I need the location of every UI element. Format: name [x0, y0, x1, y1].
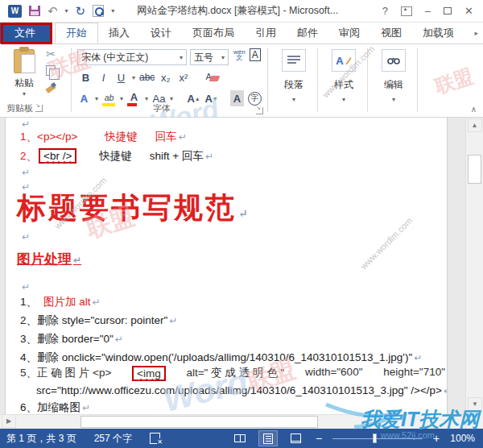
horizontal-scrollbar-thumb[interactable]	[80, 416, 318, 428]
pilcrow-icon: ↵	[238, 208, 250, 220]
pilcrow-icon: ↵	[205, 151, 213, 162]
tab-file[interactable]: 文件	[0, 23, 50, 44]
underline-dropdown-icon[interactable]: ▾	[132, 74, 135, 81]
zoom-out-button[interactable]: −	[316, 433, 322, 443]
restore-button[interactable]	[444, 7, 452, 15]
cut-icon[interactable]: ✂	[46, 49, 56, 60]
tab-insert[interactable]: 插入	[98, 23, 140, 44]
item5-prefix: 5、正 确 图 片 <p>	[20, 366, 111, 381]
collapse-ribbon-icon[interactable]: ∧	[471, 105, 477, 114]
vertical-scrollbar[interactable]: ▲ ▼	[465, 118, 483, 429]
print-layout-button[interactable]	[259, 431, 277, 446]
read-mode-button[interactable]	[231, 431, 249, 446]
paste-button[interactable]: 粘贴 ▾	[6, 49, 42, 101]
minimize-button[interactable]: –	[425, 5, 431, 17]
grow-font-button[interactable]: A▲	[187, 90, 200, 106]
editing-group-collapsed[interactable]: 编辑 ▾	[372, 49, 415, 103]
phonetic-guide-button[interactable]: wén 文 A	[233, 48, 261, 61]
paste-label: 粘贴	[14, 77, 34, 90]
scroll-right-icon[interactable]: ▶	[2, 414, 16, 428]
group-separator	[71, 48, 72, 112]
tab-review[interactable]: 审阅	[328, 23, 370, 44]
editing-group-dropdown-icon[interactable]: ▾	[392, 96, 395, 103]
save-icon[interactable]	[29, 6, 40, 16]
zoom-slider-thumb[interactable]	[373, 433, 377, 443]
redo-icon[interactable]: ↻	[76, 6, 86, 17]
ribbon-display-options-button[interactable]	[401, 6, 412, 16]
highlight-dropdown-icon[interactable]: ▾	[120, 95, 123, 102]
superscript-button[interactable]: x²	[176, 69, 190, 85]
watermark-url: www.wordlm.com	[358, 216, 414, 272]
font-color-button[interactable]: A	[127, 90, 141, 106]
vertical-scrollbar-thumb[interactable]	[468, 155, 481, 184]
tab-home[interactable]: 开始	[55, 23, 98, 44]
subscript-button[interactable]: x₂	[159, 69, 172, 85]
clipboard-dialog-launcher-icon[interactable]	[35, 105, 43, 112]
close-button[interactable]: ✕	[464, 5, 473, 17]
paste-dropdown-icon[interactable]: ▾	[23, 90, 26, 97]
strikethrough-button[interactable]: abc	[139, 69, 155, 85]
highlight-color-button[interactable]: ab	[102, 90, 116, 106]
document-page[interactable]: ↵ 1、<p></p>快捷键回车↵ 2、<br />快捷键shift + 回车↵…	[5, 118, 448, 414]
font-size-dropdown-icon[interactable]: ▾	[221, 54, 225, 61]
format-painter-icon[interactable]	[45, 81, 56, 92]
zoom-slider[interactable]	[332, 438, 423, 439]
font-name-dropdown-icon[interactable]: ▾	[180, 54, 183, 61]
document-area: ↵ 1、<p></p>快捷键回车↵ 2、<br />快捷键shift + 回车↵…	[0, 118, 483, 429]
word-app-icon[interactable]: W	[8, 5, 22, 18]
proofing-errors-icon[interactable]	[150, 433, 160, 444]
help-button[interactable]: ?	[382, 5, 388, 17]
phonetic-guide-icon: wén 文	[233, 49, 246, 60]
styles-icon-letter: A	[336, 55, 343, 67]
tab-view[interactable]: 视图	[370, 23, 412, 44]
status-right: − + 100%	[231, 431, 483, 446]
font-size-combo[interactable]: 五号 ▾	[190, 49, 229, 65]
tab-design[interactable]: 设计	[140, 23, 182, 44]
character-shading-button[interactable]: A	[230, 90, 244, 106]
copy-icon[interactable]	[46, 65, 56, 76]
font-color-dropdown-icon[interactable]: ▾	[145, 95, 148, 102]
scroll-up-icon[interactable]: ▲	[468, 118, 482, 132]
bold-button[interactable]: B	[79, 69, 93, 85]
text-effects-dropdown-icon[interactable]: ▾	[95, 95, 98, 102]
font-name-combo[interactable]: 宋体 (中文正文) ▾	[77, 49, 187, 65]
tab-mailings[interactable]: 邮件	[287, 23, 328, 44]
text-effects-button[interactable]: A	[77, 90, 91, 106]
shrink-font-button[interactable]: A▼	[204, 90, 218, 106]
change-case-dropdown-icon[interactable]: ▾	[170, 95, 173, 102]
customize-qat-icon[interactable]: ▾	[111, 7, 114, 15]
enclose-characters-button[interactable]: 字	[248, 92, 262, 106]
tab-page-layout[interactable]: 页面布局	[182, 23, 245, 44]
clear-formatting-icon[interactable]	[205, 71, 220, 84]
doc-item-5-line-1: 5、正 确 图 片 <p><imgalt=" 变 成 透 明 色 "width=…	[20, 366, 445, 381]
item2-text: 2、删除 style="cursor: pointer"	[20, 314, 167, 326]
more-tabs-arrow-icon[interactable]: ▸	[474, 23, 483, 44]
tab-references[interactable]: 引用	[245, 23, 287, 44]
paragraph-mark: ↵	[20, 230, 30, 243]
line2-key: shift + 回车	[150, 150, 204, 162]
undo-icon[interactable]: ↶	[47, 6, 58, 17]
paragraph-group-dropdown-icon[interactable]: ▾	[292, 96, 295, 103]
underline-button[interactable]: U	[114, 69, 128, 85]
print-preview-icon[interactable]	[93, 5, 104, 17]
tab-addins[interactable]: 加载项	[412, 23, 464, 44]
font-dialog-launcher[interactable]	[256, 107, 263, 114]
zoom-in-button[interactable]: +	[433, 433, 440, 443]
styles-icon: A	[332, 49, 356, 72]
character-border-button[interactable]: A	[250, 48, 261, 61]
status-left: 第 1 页，共 3 页 257 个字	[0, 432, 160, 446]
watermark-lianmeng: 联盟	[431, 63, 477, 99]
paragraph-group-collapsed[interactable]: 段落 ▾	[272, 49, 316, 103]
line1-tag: 1、<p></p>	[20, 131, 77, 143]
ribbon-tab-row: 文件 开始 插入 设计 页面布局 引用 邮件 审阅 视图 加载项 ▸	[0, 23, 483, 44]
font-dialog-launcher-icon[interactable]	[256, 107, 263, 114]
styles-group-dropdown-icon[interactable]: ▾	[342, 96, 345, 103]
zoom-level[interactable]: 100%	[450, 433, 475, 444]
styles-group-collapsed[interactable]: A 样式 ▾	[322, 49, 365, 103]
italic-button[interactable]: I	[97, 69, 110, 85]
word-count[interactable]: 257 个字	[94, 432, 132, 446]
page-info[interactable]: 第 1 页，共 3 页	[6, 432, 76, 446]
web-layout-button[interactable]	[287, 431, 305, 446]
undo-dropdown-icon[interactable]: ▾	[65, 7, 68, 15]
pilcrow-icon: ↵	[444, 385, 448, 396]
